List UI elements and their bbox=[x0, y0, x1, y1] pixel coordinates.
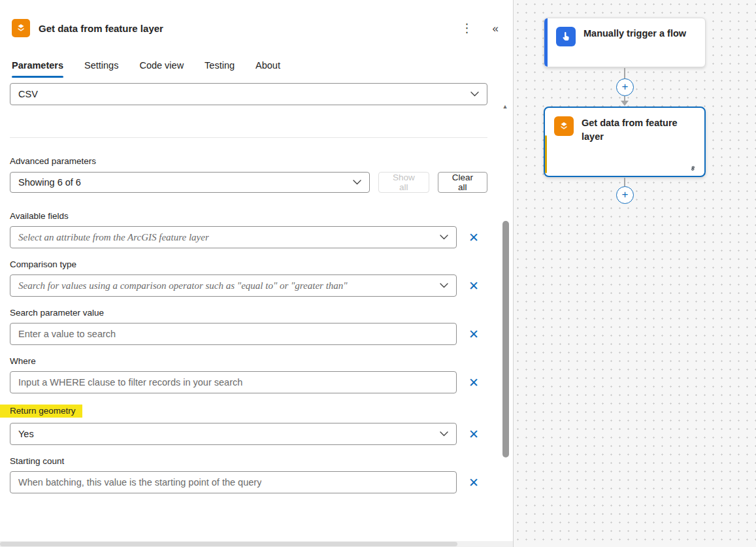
flow-canvas[interactable]: Manually trigger a flow + Get data from … bbox=[514, 0, 756, 547]
chevron-down-icon bbox=[440, 431, 448, 437]
horizontal-scrollbar-thumb[interactable] bbox=[0, 542, 457, 546]
remove-field-icon[interactable]: ✕ bbox=[467, 327, 480, 342]
field-comparison-type: Comparison type Search for values using … bbox=[10, 259, 487, 297]
chevron-down-icon bbox=[353, 180, 361, 185]
action-card-title: Get data from feature layer bbox=[582, 116, 695, 144]
app: Get data from feature layer ⋮ « Paramete… bbox=[0, 0, 756, 547]
starting-count-input[interactable]: When batching, this value is the startin… bbox=[10, 471, 457, 493]
trigger-card-manually-trigger-a-flow[interactable]: Manually trigger a flow bbox=[544, 18, 706, 67]
remove-field-icon[interactable]: ✕ bbox=[467, 375, 480, 390]
arcgis-connector-icon bbox=[554, 116, 574, 136]
panel-header: Get data from feature layer ⋮ « bbox=[12, 17, 501, 39]
insert-step-button[interactable]: + bbox=[616, 78, 634, 96]
field-label: Comparison type bbox=[10, 259, 487, 269]
format-dropdown[interactable]: CSV bbox=[10, 83, 487, 105]
field-return-geometry: Return geometry Yes ✕ bbox=[10, 405, 487, 445]
tab-about[interactable]: About bbox=[255, 60, 280, 78]
field-label: Return geometry bbox=[10, 405, 487, 418]
collapse-panel-icon[interactable]: « bbox=[490, 20, 501, 37]
chevron-down-icon bbox=[440, 283, 448, 288]
panel-header-actions: ⋮ « bbox=[459, 20, 501, 37]
remove-field-icon[interactable]: ✕ bbox=[467, 475, 480, 490]
panel-title: Get data from feature layer bbox=[39, 23, 163, 34]
available-fields-dropdown[interactable]: Select an attribute from the ArcGIS feat… bbox=[10, 226, 457, 248]
advanced-parameters-dropdown[interactable]: Showing 6 of 6 bbox=[10, 172, 370, 193]
more-menu-icon[interactable]: ⋮ bbox=[459, 20, 476, 37]
connection-link-icon bbox=[688, 163, 698, 173]
field-available-fields: Available fields Select an attribute fro… bbox=[10, 211, 487, 248]
tab-code-view[interactable]: Code view bbox=[139, 60, 184, 78]
remove-field-icon[interactable]: ✕ bbox=[467, 278, 480, 293]
field-where: Where Input a WHERE clause to filter rec… bbox=[10, 356, 487, 393]
tab-settings[interactable]: Settings bbox=[84, 60, 118, 78]
advanced-parameters-label: Advanced parameters bbox=[10, 156, 487, 166]
trigger-accent-bar bbox=[544, 18, 548, 67]
connector-line bbox=[624, 96, 625, 101]
connector-line bbox=[624, 178, 625, 186]
vertical-scrollbar-thumb[interactable] bbox=[502, 221, 509, 457]
advanced-parameters-row: Showing 6 of 6 Show all Clear all bbox=[10, 172, 487, 193]
manual-trigger-icon bbox=[556, 27, 576, 46]
show-all-button[interactable]: Show all bbox=[378, 172, 429, 193]
field-search-parameter-value: Search parameter value Enter a value to … bbox=[10, 308, 487, 345]
field-starting-count: Starting count When batching, this value… bbox=[10, 456, 487, 493]
chevron-down-icon bbox=[440, 235, 448, 240]
action-config-panel: Get data from feature layer ⋮ « Paramete… bbox=[0, 0, 514, 547]
add-step-button[interactable]: + bbox=[616, 186, 634, 204]
field-label: Search parameter value bbox=[10, 308, 487, 318]
chevron-down-icon bbox=[470, 91, 479, 97]
scroll-up-icon[interactable]: ▲ bbox=[501, 103, 510, 110]
fields-list: Available fields Select an attribute fro… bbox=[10, 211, 487, 493]
connector-line bbox=[624, 68, 625, 78]
field-label: Where bbox=[10, 356, 487, 366]
remove-field-icon[interactable]: ✕ bbox=[467, 427, 480, 442]
action-accent-bar bbox=[545, 135, 547, 173]
panel-tabs: Parameters Settings Code view Testing Ab… bbox=[12, 60, 501, 78]
highlighted-label: Return geometry bbox=[0, 405, 82, 418]
clear-all-button[interactable]: Clear all bbox=[438, 172, 487, 193]
field-label: Available fields bbox=[10, 211, 487, 221]
parameters-content: CSV Advanced parameters Showing 6 of 6 S… bbox=[10, 83, 487, 493]
search-parameter-value-input[interactable]: Enter a value to search bbox=[10, 323, 457, 345]
tab-parameters[interactable]: Parameters bbox=[12, 60, 63, 78]
arcgis-connector-icon bbox=[12, 19, 30, 37]
field-label: Starting count bbox=[10, 456, 487, 466]
where-input[interactable]: Input a WHERE clause to filter records i… bbox=[10, 371, 457, 393]
comparison-type-dropdown[interactable]: Search for values using a comparison ope… bbox=[10, 274, 457, 297]
action-card-get-data-from-feature-layer[interactable]: Get data from feature layer bbox=[544, 107, 706, 177]
trigger-card-title: Manually trigger a flow bbox=[583, 27, 686, 41]
section-divider bbox=[10, 137, 487, 138]
tab-testing[interactable]: Testing bbox=[205, 60, 235, 78]
connector-arrow-icon bbox=[621, 101, 629, 106]
active-tab-underline bbox=[12, 76, 63, 78]
horizontal-scrollbar-track bbox=[0, 541, 513, 547]
remove-field-icon[interactable]: ✕ bbox=[467, 230, 480, 245]
return-geometry-dropdown[interactable]: Yes bbox=[10, 423, 457, 445]
